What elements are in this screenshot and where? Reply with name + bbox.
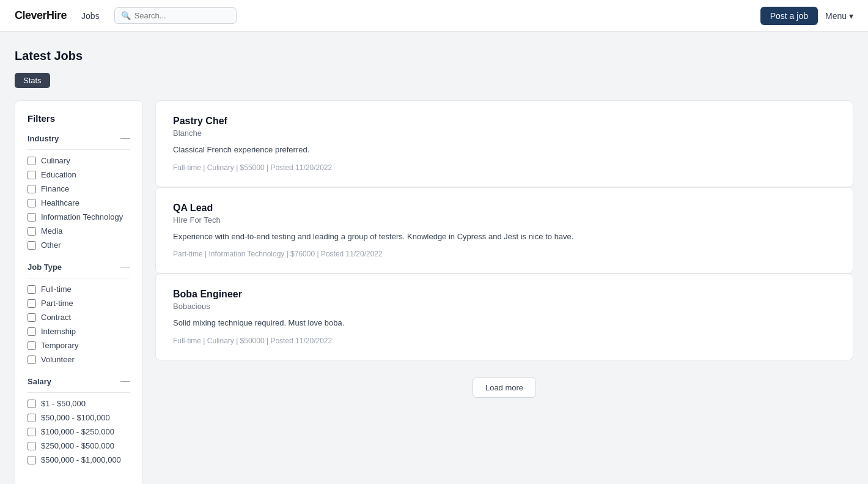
job-meta: Full-time | Culinary | $50000 | Posted 1… xyxy=(173,337,836,345)
header-right: Post a job Menu ▾ xyxy=(760,7,853,25)
salary-option-label: $50,000 - $100,000 xyxy=(41,413,110,422)
list-item: Full-time xyxy=(28,285,130,294)
list-item: Information Technology xyxy=(28,212,130,222)
job-company: Bobacious xyxy=(173,302,836,311)
industry-divider xyxy=(28,149,130,150)
salary-checkbox-0[interactable] xyxy=(28,400,36,408)
list-item: Finance xyxy=(28,184,130,193)
industry-option-label: Healthcare xyxy=(41,198,79,207)
job-type-checkbox-0[interactable] xyxy=(28,285,36,294)
post-job-button[interactable]: Post a job xyxy=(760,7,818,25)
industry-checkbox-4[interactable] xyxy=(28,213,36,222)
job-type-option-label: Full-time xyxy=(41,285,72,294)
list-item: Part-time xyxy=(28,299,130,308)
salary-checkbox-3[interactable] xyxy=(28,442,36,450)
industry-option-label: Other xyxy=(41,240,61,250)
header: CleverHire Jobs 🔍 Post a job Menu ▾ xyxy=(0,0,868,32)
jobs-list: Pastry Chef Blanche Classical French exp… xyxy=(155,100,853,398)
stats-button[interactable]: Stats xyxy=(15,73,50,88)
job-type-option-label: Internship xyxy=(41,327,76,336)
job-type-checkbox-4[interactable] xyxy=(28,341,36,350)
list-item: $250,000 - $500,000 xyxy=(28,441,130,450)
filters-title: Filters xyxy=(28,113,130,124)
job-type-filter-header: Job Type — xyxy=(28,262,130,272)
salary-filter-section: Salary — $1 - $50,000 $50,000 - $100,000… xyxy=(28,376,130,464)
job-type-checkbox-2[interactable] xyxy=(28,313,36,322)
industry-option-label: Finance xyxy=(41,184,69,193)
job-type-toggle-icon[interactable]: — xyxy=(120,262,130,272)
salary-option-label: $500,000 - $1,000,000 xyxy=(41,455,121,464)
salary-checkbox-2[interactable] xyxy=(28,428,36,436)
list-item: $50,000 - $100,000 xyxy=(28,413,130,422)
table-row[interactable]: QA Lead Hire For Tech Experience with en… xyxy=(155,187,853,274)
content-layout: Filters Industry — Culinary Education Fi… xyxy=(15,100,853,484)
job-type-filter-section: Job Type — Full-time Part-time Contract … xyxy=(28,262,130,364)
industry-filter-header: Industry — xyxy=(28,133,130,143)
salary-option-label: $250,000 - $500,000 xyxy=(41,441,114,450)
list-item: Volunteer xyxy=(28,355,130,364)
job-type-option-label: Volunteer xyxy=(41,355,75,364)
job-type-option-label: Contract xyxy=(41,313,71,322)
list-item: Internship xyxy=(28,327,130,336)
list-item: $500,000 - $1,000,000 xyxy=(28,455,130,464)
job-type-divider xyxy=(28,278,130,278)
industry-option-label: Media xyxy=(41,226,62,236)
industry-checkbox-1[interactable] xyxy=(28,171,36,179)
salary-filter-label: Salary xyxy=(28,377,51,386)
job-description: Classical French experience preferred. xyxy=(173,144,836,156)
job-meta: Part-time | Information Technology | $76… xyxy=(173,250,836,258)
job-title: Boba Engineer xyxy=(173,289,836,300)
job-meta: Full-time | Culinary | $55000 | Posted 1… xyxy=(173,163,836,172)
table-row[interactable]: Pastry Chef Blanche Classical French exp… xyxy=(155,100,853,187)
list-item: Media xyxy=(28,226,130,236)
salary-checkbox-1[interactable] xyxy=(28,414,36,422)
list-item: Temporary xyxy=(28,341,130,350)
industry-option-label: Education xyxy=(41,170,76,179)
menu-button[interactable]: Menu ▾ xyxy=(825,11,853,21)
salary-divider xyxy=(28,392,130,393)
salary-checkboxes: $1 - $50,000 $50,000 - $100,000 $100,000… xyxy=(28,399,130,464)
job-company: Hire For Tech xyxy=(173,215,836,225)
industry-checkboxes: Culinary Education Finance Healthcare In… xyxy=(28,156,130,250)
job-type-checkbox-5[interactable] xyxy=(28,356,36,364)
job-description: Solid mixing technique required. Must lo… xyxy=(173,317,836,329)
industry-checkbox-2[interactable] xyxy=(28,185,36,193)
salary-option-label: $1 - $50,000 xyxy=(41,399,86,408)
list-item: Other xyxy=(28,240,130,250)
search-bar: 🔍 xyxy=(114,7,237,24)
search-icon: 🔍 xyxy=(121,11,131,20)
industry-option-label: Information Technology xyxy=(41,212,123,222)
load-more-wrap: Load more xyxy=(155,378,853,398)
job-description: Experience with end-to-end testing and l… xyxy=(173,231,836,243)
job-type-checkbox-1[interactable] xyxy=(28,299,36,308)
page-title: Latest Jobs xyxy=(15,49,853,63)
list-item: Education xyxy=(28,170,130,179)
table-row[interactable]: Boba Engineer Bobacious Solid mixing tec… xyxy=(155,274,853,360)
salary-option-label: $100,000 - $250,000 xyxy=(41,427,114,436)
job-type-option-label: Part-time xyxy=(41,299,73,308)
job-type-checkbox-3[interactable] xyxy=(28,327,36,336)
salary-filter-header: Salary — xyxy=(28,376,130,386)
industry-checkbox-0[interactable] xyxy=(28,157,36,165)
chevron-down-icon: ▾ xyxy=(849,11,853,21)
job-title: Pastry Chef xyxy=(173,116,836,127)
job-company: Blanche xyxy=(173,128,836,138)
salary-toggle-icon[interactable]: — xyxy=(120,376,130,386)
industry-toggle-icon[interactable]: — xyxy=(120,133,130,143)
industry-checkbox-3[interactable] xyxy=(28,199,36,207)
job-title: QA Lead xyxy=(173,203,836,214)
salary-checkbox-4[interactable] xyxy=(28,456,36,464)
industry-option-label: Culinary xyxy=(41,156,70,165)
logo: CleverHire xyxy=(15,9,67,22)
load-more-button[interactable]: Load more xyxy=(473,378,536,398)
industry-checkbox-5[interactable] xyxy=(28,227,36,236)
industry-checkbox-6[interactable] xyxy=(28,241,36,250)
list-item: $100,000 - $250,000 xyxy=(28,427,130,436)
job-type-checkboxes: Full-time Part-time Contract Internship … xyxy=(28,285,130,364)
list-item: $1 - $50,000 xyxy=(28,399,130,408)
list-item: Healthcare xyxy=(28,198,130,207)
search-input[interactable] xyxy=(134,11,230,20)
industry-filter-label: Industry xyxy=(28,134,59,143)
nav-jobs-link[interactable]: Jobs xyxy=(81,11,100,21)
main-content: Latest Jobs Stats Filters Industry — Cul… xyxy=(0,32,868,484)
